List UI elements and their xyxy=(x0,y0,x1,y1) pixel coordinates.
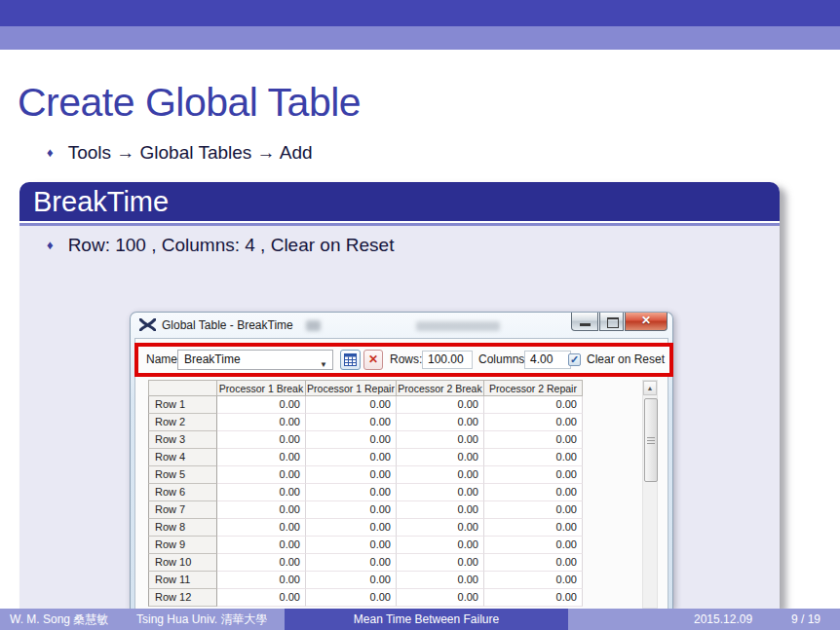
column-header[interactable]: Processor 2 Repair xyxy=(484,380,583,396)
table-cell[interactable]: 0.00 xyxy=(484,501,583,519)
table-cell[interactable]: 0.00 xyxy=(217,466,306,484)
table-cell[interactable]: 0.00 xyxy=(217,537,306,554)
row-header[interactable]: Row 2 xyxy=(148,414,217,431)
table-cell[interactable]: 0.00 xyxy=(397,572,484,589)
row-header[interactable]: Row 6 xyxy=(148,484,217,501)
table-cell[interactable]: 0.00 xyxy=(397,431,484,449)
bullet-diamond-icon: ♦ xyxy=(47,145,54,160)
table-cell[interactable]: 0.00 xyxy=(484,519,583,537)
table-row: Row 50.000.000.000.00 xyxy=(148,466,583,484)
row-header[interactable]: Row 12 xyxy=(148,589,217,607)
delete-table-button[interactable]: ✕ xyxy=(363,350,383,370)
rows-value: 100.00 xyxy=(428,352,464,366)
column-header[interactable]: Processor 1 Repair xyxy=(306,380,397,396)
maximize-button[interactable] xyxy=(599,313,624,331)
row-header[interactable]: Row 7 xyxy=(148,501,217,519)
table-cell[interactable]: 0.00 xyxy=(306,414,397,431)
table-header-row: Processor 1 Break Processor 1 Repair Pro… xyxy=(148,380,583,396)
grid-tool-button[interactable] xyxy=(340,350,361,370)
row-header[interactable]: Row 1 xyxy=(148,396,217,414)
row-header[interactable]: Row 9 xyxy=(148,537,217,554)
bullet-menu-path: ♦Tools → Global Tables → Add xyxy=(47,142,313,164)
table-cell[interactable]: 0.00 xyxy=(397,519,484,537)
table-cell[interactable]: 0.00 xyxy=(217,589,306,607)
table-cell[interactable]: 0.00 xyxy=(306,396,397,414)
table-cell[interactable]: 0.00 xyxy=(397,484,484,501)
column-header[interactable]: Processor 2 Break xyxy=(397,380,484,396)
table-cell[interactable]: 0.00 xyxy=(217,414,306,431)
table-cell[interactable]: 0.00 xyxy=(484,396,583,414)
table-row: Row 120.000.000.000.00 xyxy=(148,589,583,607)
table-cell[interactable]: 0.00 xyxy=(217,501,306,519)
table-cell[interactable]: 0.00 xyxy=(306,554,397,572)
table-cell[interactable]: 0.00 xyxy=(484,466,583,484)
vertical-scrollbar[interactable]: ▲ xyxy=(642,380,658,609)
table-cell[interactable]: 0.00 xyxy=(217,572,306,589)
table-cell[interactable]: 0.00 xyxy=(217,554,306,572)
row-header[interactable]: Row 8 xyxy=(148,519,217,537)
row-header[interactable]: Row 10 xyxy=(148,554,217,572)
top-bar-dark xyxy=(0,0,840,26)
table-cell[interactable]: 0.00 xyxy=(484,537,583,554)
column-header[interactable]: Processor 1 Break xyxy=(217,380,306,396)
minimize-button[interactable] xyxy=(571,313,598,331)
columns-input[interactable]: 4.00 xyxy=(524,351,571,369)
table-row: Row 80.000.000.000.00 xyxy=(148,519,583,537)
table-cell[interactable]: 0.00 xyxy=(397,449,484,466)
table-cell[interactable]: 0.00 xyxy=(306,449,397,466)
table-row: Row 20.000.000.000.00 xyxy=(148,414,583,431)
row-header[interactable]: Row 4 xyxy=(148,449,217,466)
footer-date: 2015.12.09 xyxy=(694,609,752,630)
table-cell[interactable]: 0.00 xyxy=(217,396,306,414)
table-cell[interactable]: 0.00 xyxy=(217,449,306,466)
table-cell[interactable]: 0.00 xyxy=(484,554,583,572)
scrollbar-thumb[interactable] xyxy=(644,398,658,482)
table-cell[interactable]: 0.00 xyxy=(217,431,306,449)
table-cell[interactable]: 0.00 xyxy=(484,484,583,501)
row-header[interactable]: Row 5 xyxy=(148,466,217,484)
rows-input[interactable]: 100.00 xyxy=(422,351,473,369)
table-cell[interactable]: 0.00 xyxy=(306,572,397,589)
section-banner-title: BreakTime xyxy=(33,186,169,217)
table-cell[interactable]: 0.00 xyxy=(484,414,583,431)
table-cell[interactable]: 0.00 xyxy=(306,519,397,537)
table-cell[interactable]: 0.00 xyxy=(484,449,583,466)
table-cell[interactable]: 0.00 xyxy=(306,484,397,501)
table-cell[interactable]: 0.00 xyxy=(397,466,484,484)
table-cell[interactable]: 0.00 xyxy=(217,484,306,501)
table-cell[interactable]: 0.00 xyxy=(217,519,306,537)
table-cell[interactable]: 0.00 xyxy=(397,501,484,519)
slide: Create Global Table ♦Tools → Global Tabl… xyxy=(0,0,840,630)
scroll-up-button[interactable]: ▲ xyxy=(643,381,657,395)
table-cell[interactable]: 0.00 xyxy=(306,589,397,607)
dialog-titlebar[interactable]: Global Table - BreakTime ✕ xyxy=(131,313,672,338)
table-cell[interactable]: 0.00 xyxy=(397,396,484,414)
table-cell[interactable]: 0.00 xyxy=(397,554,484,572)
footer-affiliation: Tsing Hua Univ. 清華大學 xyxy=(136,609,267,630)
footer-author: W. M. Song 桑慧敏 xyxy=(10,609,108,630)
table-cell[interactable]: 0.00 xyxy=(484,589,583,607)
table-row: Row 70.000.000.000.00 xyxy=(148,501,583,519)
clear-on-reset-checkbox[interactable]: ✓ xyxy=(568,353,581,366)
table-cell[interactable]: 0.00 xyxy=(397,414,484,431)
table-cell[interactable]: 0.00 xyxy=(306,501,397,519)
table-cell[interactable]: 0.00 xyxy=(306,431,397,449)
row-header[interactable]: Row 11 xyxy=(148,572,217,589)
table-name-combobox[interactable]: BreakTime ▼ xyxy=(177,350,333,370)
table-cell[interactable]: 0.00 xyxy=(397,537,484,554)
table-cell[interactable]: 0.00 xyxy=(306,466,397,484)
app-icon xyxy=(139,318,156,331)
close-button[interactable]: ✕ xyxy=(625,313,668,331)
table-cell[interactable]: 0.00 xyxy=(306,537,397,554)
checkmark-icon: ✓ xyxy=(570,353,579,365)
table-row: Row 10.000.000.000.00 xyxy=(148,396,583,414)
bullet-menu-path-text: Tools → Global Tables → Add xyxy=(68,142,313,163)
table-cell[interactable]: 0.00 xyxy=(484,572,583,589)
table-cell[interactable]: 0.00 xyxy=(484,431,583,449)
table-row: Row 110.000.000.000.00 xyxy=(148,572,583,589)
chevron-down-icon[interactable]: ▼ xyxy=(320,355,327,374)
footer-center-title: Mean Time Between Failure xyxy=(354,612,499,626)
scroll-up-icon: ▲ xyxy=(647,385,654,391)
row-header[interactable]: Row 3 xyxy=(148,431,217,449)
table-cell[interactable]: 0.00 xyxy=(397,589,484,607)
